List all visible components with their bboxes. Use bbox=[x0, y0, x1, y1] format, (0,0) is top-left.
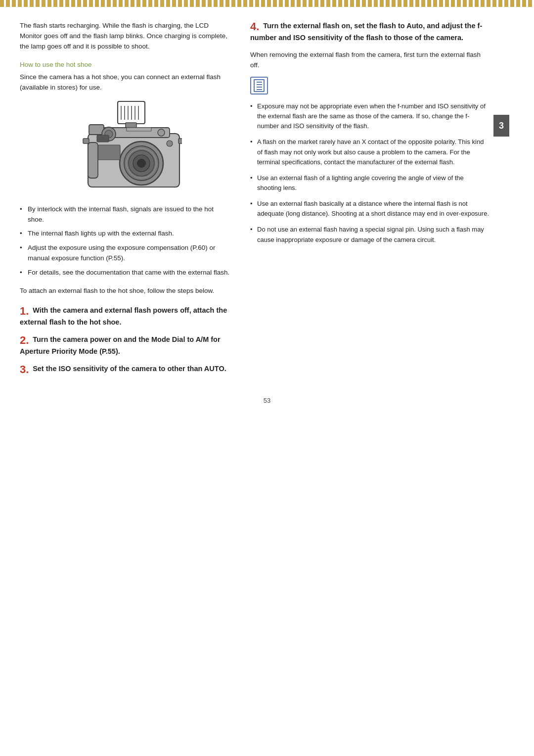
list-item: By interlock with the internal flash, si… bbox=[20, 204, 230, 225]
section-body: Since the camera has a hot shoe, you can… bbox=[20, 72, 230, 93]
note-icon bbox=[250, 77, 268, 94]
page-number: 53 bbox=[0, 388, 534, 409]
intro-paragraph: The flash starts recharging. While the f… bbox=[20, 21, 230, 52]
camera-illustration bbox=[68, 99, 182, 195]
svg-rect-25 bbox=[178, 139, 182, 143]
list-item: Adjust the exposure using the exposure c… bbox=[20, 243, 230, 264]
svg-rect-21 bbox=[98, 145, 120, 160]
note-item: Use an external flash basically at a dis… bbox=[250, 199, 490, 219]
note-icon-area bbox=[250, 77, 490, 94]
list-item: For details, see the documentation that … bbox=[20, 268, 230, 278]
page: The flash starts recharging. While the f… bbox=[0, 0, 534, 756]
svg-rect-26 bbox=[127, 128, 151, 131]
list-item: The internal flash lights up with the ex… bbox=[20, 229, 230, 239]
step-2-text: Turn the camera power on and the Mode Di… bbox=[20, 335, 221, 355]
step-4-text: Turn the external flash on, set the flas… bbox=[250, 22, 482, 42]
content-area: The flash starts recharging. While the f… bbox=[0, 7, 534, 388]
step-3: 3. Set the ISO sensitivity of the camera… bbox=[20, 364, 230, 376]
note-item: Do not use an external flash having a sp… bbox=[250, 225, 490, 244]
step-1-text: With the camera and external flash power… bbox=[20, 306, 227, 326]
features-list: By interlock with the internal flash, si… bbox=[20, 204, 230, 279]
top-decorative-border bbox=[0, 0, 534, 7]
svg-point-23 bbox=[167, 141, 173, 146]
section-heading: How to use the hot shoe bbox=[20, 61, 230, 68]
step-1-number: 1. bbox=[20, 305, 29, 317]
step-4: 4. Turn the external flash on, set the f… bbox=[250, 21, 490, 43]
svg-rect-24 bbox=[83, 139, 89, 143]
svg-rect-20 bbox=[97, 135, 109, 142]
note-item: Exposure may not be appropriate even whe… bbox=[250, 101, 490, 131]
attach-instructions: To attach an external flash to the hot s… bbox=[20, 286, 230, 296]
step-2: 2. Turn the camera power on and the Mode… bbox=[20, 334, 230, 357]
step-2-number: 2. bbox=[20, 334, 29, 346]
step-3-number: 3. bbox=[20, 363, 29, 376]
note-item: A flash on the market rarely have an X c… bbox=[250, 137, 490, 167]
note-lines bbox=[257, 82, 262, 90]
note-item: Use an external flash of a lighting angl… bbox=[250, 173, 490, 193]
step-4-number: 4. bbox=[250, 20, 259, 33]
left-column: The flash starts recharging. While the f… bbox=[0, 16, 242, 388]
svg-rect-22 bbox=[88, 142, 98, 178]
page-tab: 3 bbox=[493, 115, 509, 137]
notes-list: Exposure may not be appropriate even whe… bbox=[250, 101, 490, 245]
right-column: 4. Turn the external flash on, set the f… bbox=[242, 16, 509, 388]
svg-point-17 bbox=[137, 159, 146, 168]
removal-note: When removing the external flash from th… bbox=[250, 50, 490, 71]
step-1: 1. With the camera and external flash po… bbox=[20, 305, 230, 328]
svg-point-19 bbox=[158, 129, 165, 136]
step-3-text: Set the ISO sensitivity of the camera to… bbox=[33, 365, 226, 373]
